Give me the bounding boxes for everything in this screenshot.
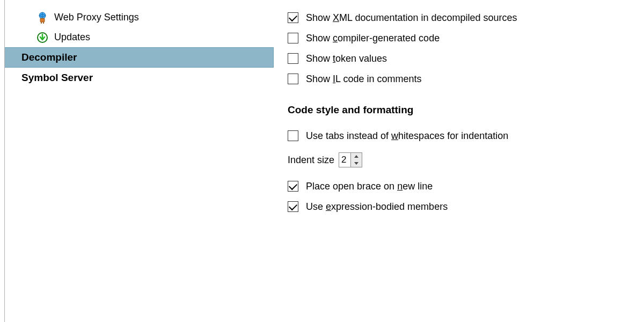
sidebar-root-symbol-server[interactable]: Symbol Server bbox=[5, 68, 274, 88]
globe-plug-icon bbox=[36, 11, 49, 24]
sidebar-item-label: Updates bbox=[54, 32, 90, 43]
checkbox-label-il-code: Show IL code in comments bbox=[306, 74, 421, 85]
checkbox-label-compiler-generated: Show compiler-generated code bbox=[306, 33, 440, 44]
checkbox-expression-bodied[interactable] bbox=[288, 201, 298, 212]
checkbox-label-xml-doc: Show XML documentation in decompiled sou… bbox=[306, 12, 517, 24]
checkbox-xml-doc[interactable] bbox=[288, 12, 298, 23]
sidebar-item-web-proxy[interactable]: Web Proxy Settings bbox=[5, 8, 274, 27]
sidebar-item-updates[interactable]: Updates bbox=[5, 27, 274, 47]
section-title-code-style: Code style and formatting bbox=[288, 104, 644, 116]
checkbox-use-tabs[interactable] bbox=[288, 130, 298, 141]
settings-sidebar: Web Proxy Settings Updates Decompiler Sy… bbox=[0, 0, 274, 322]
sidebar-root-label: Decompiler bbox=[21, 52, 77, 63]
svg-rect-2 bbox=[40, 18, 45, 22]
indent-size-spinner bbox=[339, 152, 362, 167]
checkbox-label-token-values: Show token values bbox=[306, 53, 387, 64]
sidebar-item-label: Web Proxy Settings bbox=[54, 12, 139, 23]
sidebar-root-decompiler[interactable]: Decompiler bbox=[5, 47, 274, 68]
download-icon bbox=[36, 31, 49, 44]
checkbox-token-values[interactable] bbox=[288, 53, 298, 64]
spinner-up-button[interactable] bbox=[351, 153, 362, 160]
indent-size-label: Indent size bbox=[288, 155, 334, 166]
checkbox-label-use-tabs: Use tabs instead of whitespaces for inde… bbox=[306, 130, 508, 142]
checkbox-il-code[interactable] bbox=[288, 74, 298, 84]
checkbox-compiler-generated[interactable] bbox=[288, 33, 298, 43]
checkbox-label-open-brace: Place open brace on new line bbox=[306, 181, 433, 192]
checkbox-label-expression-bodied: Use expression-bodied members bbox=[306, 201, 448, 213]
spinner-down-button[interactable] bbox=[351, 160, 362, 167]
indent-size-input[interactable] bbox=[339, 152, 350, 167]
settings-content: Show XML documentation in decompiled sou… bbox=[274, 0, 644, 322]
checkbox-open-brace[interactable] bbox=[288, 181, 298, 192]
sidebar-root-label: Symbol Server bbox=[21, 72, 93, 84]
